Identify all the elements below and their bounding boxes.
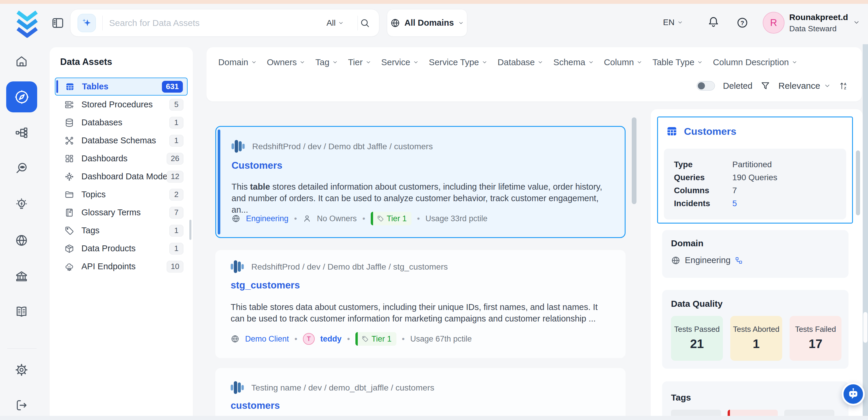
summary-row: Queries190 Queries: [674, 171, 846, 184]
results-scrollbar[interactable]: [632, 117, 637, 204]
result-title-link[interactable]: customers: [230, 400, 280, 411]
asset-type-tables[interactable]: Tables 631: [55, 78, 188, 96]
asset-type-dashboard-data-models[interactable]: Dashboard Data Models 12: [55, 168, 188, 185]
filter-tag[interactable]: Tag: [315, 57, 338, 67]
package-icon: [64, 244, 74, 253]
asset-type-glossary-terms[interactable]: Glossary Terms 7: [55, 204, 188, 221]
help-button[interactable]: ?: [736, 17, 749, 29]
schema-icon: [64, 136, 74, 146]
details-title-text: Customers: [684, 126, 737, 137]
asset-count-badge: 1: [169, 117, 183, 129]
asset-type-tags[interactable]: Tags 1: [55, 221, 188, 239]
svg-text:Z: Z: [844, 86, 846, 90]
filter-schema[interactable]: Schema: [553, 57, 594, 67]
filter-column-description[interactable]: Column Description: [713, 57, 797, 67]
details-title[interactable]: Customers: [666, 125, 737, 138]
assets-scrollbar[interactable]: [189, 220, 191, 240]
asset-type-label: Dashboards: [82, 154, 127, 163]
search-input[interactable]: [109, 18, 327, 28]
list-controls: Deleted Relevance A Z: [696, 79, 849, 93]
result-owner-link[interactable]: teddy: [320, 334, 342, 343]
domain-value-row[interactable]: Engineering: [671, 256, 743, 265]
all-domains-selector[interactable]: All Domains: [387, 9, 467, 36]
nav-observability[interactable]: [15, 162, 28, 175]
asset-type-label: Stored Procedures: [82, 100, 153, 110]
page-scrollbar-thumb[interactable]: [863, 312, 867, 343]
sort-order-select[interactable]: Relevance: [778, 81, 831, 91]
deleted-toggle[interactable]: [696, 81, 715, 91]
tier-badge[interactable]: Tier 1: [371, 212, 411, 225]
sidebar-toggle-icon[interactable]: [51, 17, 64, 30]
user-menu[interactable]: Rounakpreet.d Data Steward: [789, 12, 852, 33]
result-title-link[interactable]: stg_customers: [230, 280, 300, 291]
robot-icon: [846, 387, 860, 401]
nav-lineage[interactable]: [15, 126, 28, 140]
tests-failed-card: Tests Failed 17: [789, 316, 841, 361]
chevron-down-icon: [792, 59, 798, 65]
result-header: RedshiftProd / dev / Demo dbt Jaffle / s…: [230, 259, 448, 274]
nav-settings[interactable]: [15, 363, 28, 377]
filter-column[interactable]: Column: [604, 57, 643, 67]
tag-icon: [64, 226, 74, 236]
details-scrollbar[interactable]: [856, 150, 860, 215]
chevron-down-icon: [299, 59, 305, 65]
asset-type-databases[interactable]: Databases 1: [55, 114, 188, 131]
result-domain-link[interactable]: Demo Client: [245, 334, 289, 343]
filter-service[interactable]: Service: [381, 57, 419, 67]
asset-type-label: Database Schemas: [82, 136, 156, 145]
nav-logout[interactable]: [15, 398, 28, 412]
search-scope-select[interactable]: All: [327, 18, 344, 28]
tests-passed-card: Tests Passed 21: [671, 316, 723, 361]
user-avatar[interactable]: R: [763, 12, 784, 34]
search-scope-value: All: [327, 18, 336, 28]
result-card-customers-2[interactable]: Testing name / dev / demo_dbt_jaffle / c…: [215, 368, 626, 420]
filter-service-type[interactable]: Service Type: [429, 57, 488, 67]
summary-row: Columns7: [674, 184, 846, 197]
question-icon: ?: [736, 17, 749, 29]
result-card-customers[interactable]: RedshiftProd / dev / Demo dbt Jaffle / c…: [215, 126, 626, 238]
person-icon: [303, 214, 311, 223]
filter-owners[interactable]: Owners: [267, 57, 306, 67]
nav-home[interactable]: [15, 55, 28, 68]
language-selector[interactable]: EN: [663, 18, 683, 27]
global-search-bar[interactable]: All: [70, 9, 379, 36]
chevron-down-icon: [697, 59, 703, 65]
tests-aborted-card: Tests Aborted 1: [730, 316, 782, 361]
nav-governance[interactable]: [15, 270, 28, 283]
search-icon[interactable]: [360, 18, 370, 28]
nav-explore-active[interactable]: [6, 82, 37, 112]
asset-type-api-endpoints[interactable]: API API Endpoints 10: [55, 258, 188, 275]
result-domain-link[interactable]: Engineering: [246, 214, 288, 223]
asset-type-database-schemas[interactable]: Database Schemas 1: [55, 131, 188, 150]
asset-type-stored-procedures[interactable]: Stored Procedures 5: [55, 96, 188, 114]
filter-tier[interactable]: Tier: [348, 57, 371, 67]
notifications-button[interactable]: [707, 16, 720, 28]
asset-type-dashboards[interactable]: Dashboards 26: [55, 150, 188, 168]
tier-badge[interactable]: Tier 1: [355, 332, 396, 346]
filter-domain[interactable]: Domain: [218, 57, 257, 67]
filter-database[interactable]: Database: [498, 57, 543, 67]
asset-type-data-products[interactable]: Data Products 1: [55, 239, 188, 258]
language-label: EN: [663, 18, 675, 27]
asset-type-topics[interactable]: Topics 2: [55, 185, 188, 204]
page-scrollbar-track[interactable]: [863, 44, 868, 420]
chat-assistant-button[interactable]: [842, 383, 865, 406]
filter-bar: Domain Owners Tag Tier Service Service T…: [207, 47, 862, 101]
app-logo[interactable]: [15, 10, 39, 39]
user-menu-chevron[interactable]: [853, 19, 860, 26]
filter-table-type[interactable]: Table Type: [652, 57, 703, 67]
ai-sparkle-icon[interactable]: [78, 14, 96, 32]
incidents-link[interactable]: 5: [732, 199, 737, 208]
sort-az-icon[interactable]: A Z: [839, 81, 849, 91]
lineage-link-icon[interactable]: [735, 257, 743, 264]
result-title-link[interactable]: Customers: [231, 160, 282, 171]
result-card-stg-customers[interactable]: RedshiftProd / dev / Demo dbt Jaffle / s…: [215, 250, 626, 358]
data-quality-heading: Data Quality: [671, 299, 722, 309]
folder-icon: [64, 190, 74, 200]
nav-knowledge-center[interactable]: [15, 305, 28, 319]
nav-insights[interactable]: [15, 198, 28, 211]
chevron-down-icon: [537, 59, 543, 65]
filter-funnel-icon[interactable]: [761, 81, 770, 91]
asset-count-badge: 631: [162, 81, 183, 93]
nav-domains[interactable]: [15, 234, 28, 247]
